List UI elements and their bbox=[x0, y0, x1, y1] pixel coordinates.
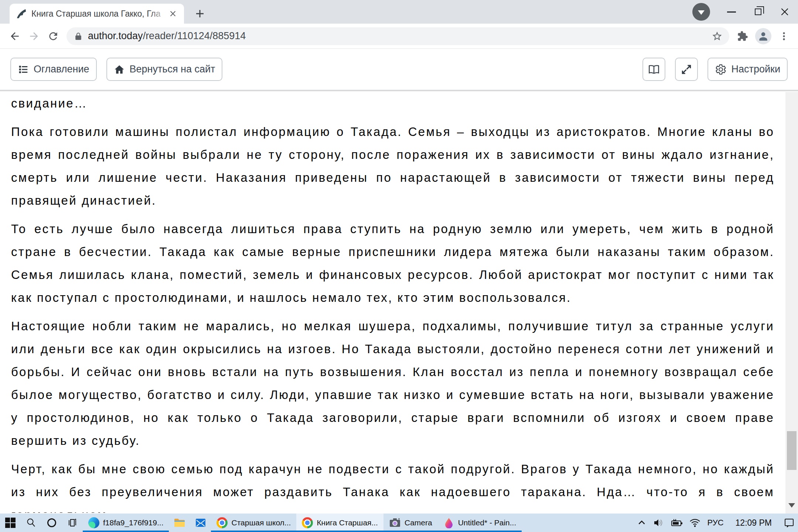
taskbar-app-edge[interactable]: f18fa9_176f919... bbox=[83, 514, 169, 532]
scrollbar-thumb[interactable] bbox=[787, 431, 797, 470]
cortana-button[interactable] bbox=[41, 514, 62, 532]
toc-button-label: Оглавление bbox=[34, 64, 89, 75]
minimize-icon bbox=[727, 11, 736, 13]
back-to-site-button[interactable]: Вернуться на сайт bbox=[106, 58, 223, 81]
reading-mode-button[interactable] bbox=[642, 58, 665, 81]
action-center-button[interactable] bbox=[780, 514, 798, 532]
url-text[interactable]: author.today/reader/110124/885914 bbox=[88, 30, 246, 42]
taskbar: f18fa9_176f919... Старшая школ... Книга … bbox=[0, 514, 798, 532]
taskbar-app-file-explorer[interactable] bbox=[169, 514, 190, 532]
battery-charging-icon bbox=[671, 518, 683, 528]
taskbar-app-camera[interactable]: Camera bbox=[383, 514, 438, 532]
taskbar-app-paint3d[interactable]: Untitled* - Pain... bbox=[438, 514, 522, 532]
new-tab-button[interactable] bbox=[192, 6, 208, 21]
speaker-icon bbox=[653, 518, 664, 528]
caret-down-icon bbox=[698, 10, 705, 15]
open-book-icon bbox=[648, 64, 660, 75]
chrome-icon bbox=[216, 517, 228, 528]
book-text: свидание… Пока готовили машины полистал … bbox=[0, 91, 798, 513]
chrome-icon bbox=[302, 517, 313, 528]
url-domain: author.today bbox=[88, 30, 143, 41]
url-path: /reader/110124/885914 bbox=[143, 30, 246, 41]
extensions-icon[interactable] bbox=[733, 27, 752, 46]
running-indicator bbox=[83, 531, 169, 532]
taskbar-app-mail[interactable] bbox=[190, 514, 211, 532]
restore-icon bbox=[755, 8, 761, 15]
window-controls bbox=[692, 0, 798, 24]
window-restore-button[interactable] bbox=[745, 0, 771, 24]
screen: Книга Старшая школа Гакко, Гла bbox=[0, 0, 798, 532]
list-icon bbox=[18, 64, 29, 75]
cortana-icon bbox=[47, 518, 56, 527]
task-view-button[interactable] bbox=[62, 514, 83, 532]
browser-menu-icon[interactable] bbox=[774, 27, 794, 46]
mail-icon bbox=[195, 517, 206, 528]
forward-button[interactable] bbox=[24, 27, 44, 46]
camera-icon bbox=[389, 517, 401, 529]
reader-toolbar: Оглавление Вернуться на сайт Настройки bbox=[0, 49, 798, 91]
start-button[interactable] bbox=[0, 514, 21, 532]
taskbar-search-button[interactable] bbox=[21, 514, 41, 532]
tray-wifi-button[interactable] bbox=[686, 514, 704, 532]
task-view-icon bbox=[67, 518, 78, 528]
windows-logo-icon bbox=[5, 518, 16, 528]
paint3d-icon bbox=[443, 517, 454, 528]
close-icon bbox=[780, 7, 790, 17]
paragraph: Пока готовили машины полистал информацию… bbox=[11, 120, 774, 212]
browser-toolbar: author.today/reader/110124/885914 bbox=[0, 24, 798, 49]
gear-icon bbox=[715, 64, 727, 75]
tray-chevron-button[interactable] bbox=[634, 514, 650, 532]
back-button[interactable] bbox=[5, 27, 24, 46]
home-icon bbox=[114, 64, 125, 75]
system-tray: РУС 12:09 PM bbox=[634, 514, 798, 532]
tab-title-fade bbox=[150, 8, 167, 19]
window-close-button[interactable] bbox=[771, 0, 798, 24]
action-center-icon bbox=[784, 517, 795, 528]
folder-icon bbox=[174, 517, 185, 529]
running-indicator bbox=[211, 531, 296, 532]
edge-icon bbox=[88, 517, 99, 528]
paragraph: Черт, как бы мне свою семью под карачун … bbox=[11, 458, 774, 513]
tray-volume-button[interactable] bbox=[650, 514, 668, 532]
reload-button[interactable] bbox=[44, 27, 63, 46]
tab-title: Книга Старшая школа Гакко, Гла bbox=[31, 9, 161, 18]
lock-icon bbox=[74, 32, 83, 41]
tab-close-icon[interactable] bbox=[167, 8, 179, 20]
taskbar-app-chrome-1[interactable]: Старшая школ... bbox=[211, 514, 296, 532]
paragraph: свидание… bbox=[11, 92, 774, 115]
tab-search-button[interactable] bbox=[692, 3, 710, 21]
settings-button[interactable]: Настройки bbox=[707, 58, 788, 81]
profile-avatar[interactable] bbox=[755, 28, 771, 44]
running-indicator bbox=[383, 531, 438, 532]
tray-battery-button[interactable] bbox=[668, 514, 686, 532]
window-minimize-button[interactable] bbox=[718, 0, 745, 24]
author-today-favicon-icon bbox=[16, 8, 27, 19]
search-icon bbox=[26, 518, 36, 528]
running-indicator bbox=[438, 531, 522, 532]
toc-button[interactable]: Оглавление bbox=[10, 58, 97, 81]
bookmark-star-icon[interactable] bbox=[712, 31, 723, 42]
browser-tab-strip: Книга Старшая школа Гакко, Гла bbox=[0, 0, 798, 24]
back-to-site-label: Вернуться на сайт bbox=[130, 64, 215, 75]
person-icon bbox=[757, 30, 769, 42]
scrollbar-down-arrow[interactable] bbox=[788, 503, 795, 508]
browser-tab[interactable]: Книга Старшая школа Гакко, Гла bbox=[10, 4, 184, 24]
paragraph: То есть лучше было навсегда лишиться пра… bbox=[11, 218, 774, 309]
paragraph: Настоящие нобли таким не марались, но ме… bbox=[11, 315, 774, 452]
wifi-icon bbox=[689, 518, 700, 528]
page-scrollbar[interactable] bbox=[785, 92, 798, 514]
settings-button-label: Настройки bbox=[732, 64, 780, 75]
address-bar[interactable]: author.today/reader/110124/885914 bbox=[66, 27, 729, 45]
fullscreen-button[interactable] bbox=[675, 58, 698, 81]
expand-icon bbox=[681, 64, 692, 75]
chevron-up-icon bbox=[637, 518, 647, 528]
taskbar-app-chrome-2[interactable]: Книга Старшая... bbox=[296, 514, 383, 532]
tray-clock[interactable]: 12:09 PM bbox=[727, 514, 780, 532]
running-indicator bbox=[296, 531, 383, 532]
tray-language-indicator[interactable]: РУС bbox=[704, 514, 727, 532]
